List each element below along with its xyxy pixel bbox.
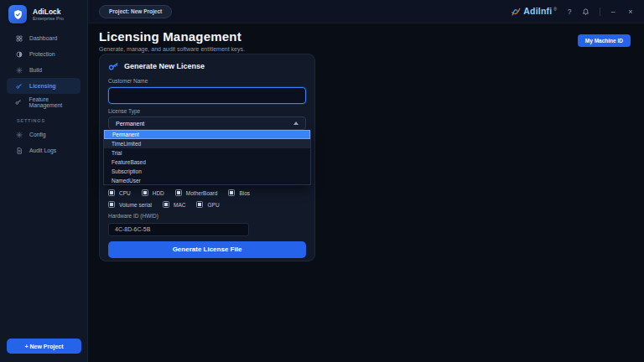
key-icon <box>15 99 23 106</box>
checkbox-hdd[interactable]: HDD <box>142 189 164 196</box>
checkbox-gpu[interactable]: GPU <box>196 201 219 208</box>
sidebar-item-label: Licensing <box>29 83 56 89</box>
dropdown-option-permanent[interactable]: Permanent <box>104 130 310 139</box>
main-content: Licensing Management Generate, manage, a… <box>88 23 644 362</box>
close-button[interactable]: × <box>626 7 636 17</box>
sidebar-item-protection[interactable]: Protection <box>7 46 80 62</box>
gear-icon <box>15 67 23 74</box>
dashboard-icon <box>15 35 23 42</box>
key-icon <box>15 83 23 90</box>
customer-name-label: Customer Name <box>108 78 306 85</box>
app-name: AdiLock <box>33 8 64 16</box>
titlebar: Project: New Project AdiInfi ® ? – × <box>88 0 644 23</box>
sidebar-nav: Dashboard Protection Build Licensing Fea… <box>0 30 87 158</box>
project-tab[interactable]: Project: New Project <box>99 5 172 18</box>
checkbox-cpu[interactable]: CPU <box>108 189 131 196</box>
checkbox-motherboard[interactable]: MotherBoard <box>175 189 218 196</box>
titlebar-divider <box>600 8 600 16</box>
shield-logo-icon <box>8 5 27 23</box>
customer-name-input[interactable] <box>108 87 306 104</box>
checkbox-icon <box>228 189 235 196</box>
dropdown-option-subscription[interactable]: Subscription <box>104 167 310 176</box>
dropdown-option-featurebased[interactable]: FeatureBased <box>104 158 310 167</box>
dropdown-option-trial[interactable]: Trial <box>104 148 310 158</box>
document-icon <box>15 147 23 154</box>
app-logo: AdiLock Enterprise Pro <box>0 0 87 23</box>
sidebar-item-config[interactable]: Config <box>7 127 80 142</box>
sidebar-item-label: Build <box>29 67 42 73</box>
gear-icon <box>15 132 23 138</box>
page-subtitle: Generate, manage, and audit software ent… <box>99 46 631 52</box>
hwid-input[interactable] <box>108 223 249 236</box>
sidebar-item-dashboard[interactable]: Dashboard <box>7 30 80 46</box>
checkbox-volume-serial[interactable]: Volume serial <box>108 201 152 208</box>
protection-icon <box>15 51 23 58</box>
license-type-value: Permanent <box>116 121 144 127</box>
checkbox-icon <box>108 189 115 196</box>
checkbox-mac[interactable]: MAC <box>163 201 185 208</box>
sidebar-item-build[interactable]: Build <box>7 62 80 78</box>
license-type-dropdown: Permanent TimeLimited Trial FeatureBased… <box>103 130 311 185</box>
hwid-label: Hardware ID (HWID) <box>108 213 306 220</box>
settings-section-label: SETTINGS <box>7 110 80 127</box>
brand-logo: AdiInfi ® <box>511 6 557 17</box>
checkbox-icon <box>108 201 115 208</box>
license-type-select[interactable]: Permanent <box>108 116 306 130</box>
checkbox-bios[interactable]: Bios <box>228 189 250 196</box>
card-title: Generate New License <box>124 62 205 70</box>
brand-name: AdiInfi <box>523 6 552 16</box>
checkbox-icon <box>163 201 169 208</box>
license-type-label: License Type <box>108 108 306 115</box>
page-header: Licensing Management Generate, manage, a… <box>88 23 644 52</box>
sidebar-item-label: Config <box>29 132 46 137</box>
dropdown-option-timelimited[interactable]: TimeLimited <box>104 139 310 148</box>
help-icon[interactable]: ? <box>564 7 574 17</box>
checkbox-icon <box>175 189 182 196</box>
new-project-button[interactable]: + New Project <box>7 339 81 354</box>
sidebar-item-licensing[interactable]: Licensing <box>7 78 80 94</box>
dropdown-option-nameduser[interactable]: NamedUser <box>104 176 310 185</box>
sidebar-item-label: Dashboard <box>29 35 57 41</box>
registered-mark: ® <box>553 7 557 12</box>
sidebar-item-label: Audit Logs <box>29 147 56 153</box>
page-title: Licensing Management <box>99 29 631 44</box>
generate-license-button[interactable]: Generate License File <box>108 241 306 258</box>
sidebar: AdiLock Enterprise Pro Dashboard Protect… <box>0 0 88 362</box>
checkbox-icon <box>196 201 203 208</box>
minimize-button[interactable]: – <box>608 7 618 17</box>
app-edition: Enterprise Pro <box>33 16 64 21</box>
sidebar-item-label: Protection <box>29 51 55 57</box>
brand-swoosh-icon <box>511 6 522 17</box>
key-icon <box>108 61 119 72</box>
chevron-up-icon <box>293 122 299 125</box>
sidebar-item-audit-logs[interactable]: Audit Logs <box>7 142 80 158</box>
checkbox-icon <box>142 189 148 196</box>
sidebar-item-feature-management[interactable]: Feature Management <box>7 94 80 110</box>
generate-license-card: Generate New License Customer Name Licen… <box>99 54 315 261</box>
bell-icon[interactable] <box>582 8 592 15</box>
sidebar-item-label: Feature Management <box>29 96 80 108</box>
my-machine-id-button[interactable]: My Machine ID <box>578 34 631 47</box>
